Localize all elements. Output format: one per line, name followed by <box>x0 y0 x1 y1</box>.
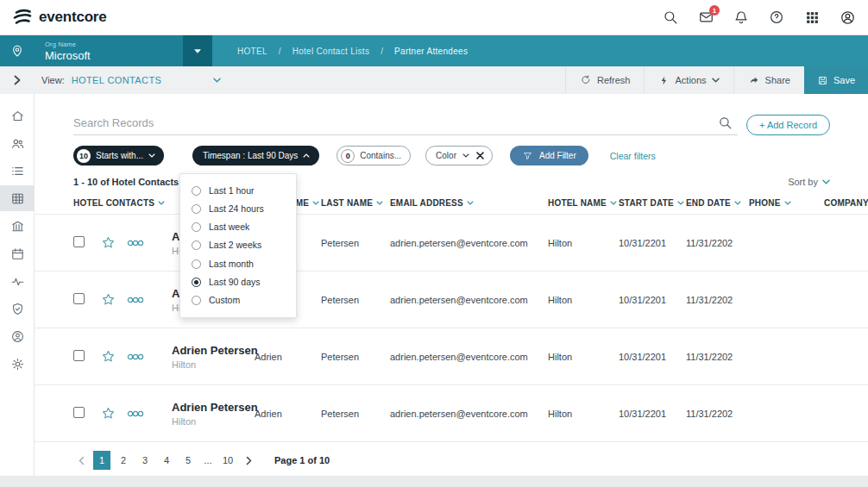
mail-icon[interactable]: 1 <box>697 9 714 26</box>
cell-last-name: Petersen <box>321 352 390 362</box>
cell-email: adrien.petersen@eventcore.com <box>390 295 548 305</box>
chevron-down-icon[interactable] <box>462 153 469 158</box>
records-grid-icon[interactable] <box>0 185 35 211</box>
cell-start-date: 10/31/2201 <box>619 352 686 362</box>
timespan-option-last-90-days[interactable]: Last 90 days <box>180 273 296 291</box>
bell-icon[interactable] <box>733 9 750 26</box>
add-record-button[interactable]: + Add Record <box>746 115 830 135</box>
breadcrumb-item-partner-attendees[interactable]: Partner Attendees <box>394 47 468 56</box>
activity-icon[interactable] <box>0 268 35 294</box>
radio-icon[interactable] <box>192 240 201 250</box>
calendar-icon[interactable] <box>0 240 35 266</box>
next-page-button[interactable] <box>241 451 256 470</box>
table-row[interactable]: Adrien Petersen Hilton Adrien Petersen a… <box>35 385 868 442</box>
search-icon[interactable] <box>718 116 733 130</box>
page-button-3[interactable]: 3 <box>136 451 154 470</box>
breadcrumb-item-hotel-contact-lists[interactable]: Hotel Contact Lists <box>292 47 370 56</box>
filter-chip-timespan[interactable]: Timespan : Last 90 Days <box>192 146 319 165</box>
row-menu-icon[interactable] <box>127 240 144 247</box>
table-row[interactable]: Adrien Petersen Hilton Adrien Petersen a… <box>35 272 868 328</box>
favorite-star-icon[interactable] <box>101 235 116 250</box>
settings-gear-icon[interactable] <box>0 351 35 377</box>
page-info: Page 1 of 10 <box>274 455 330 465</box>
chevron-down-icon <box>148 153 155 158</box>
cell-end-date: 11/31/2202 <box>686 352 749 362</box>
filter-chip-contains[interactable]: 0 Contains... <box>337 146 411 165</box>
row-menu-icon[interactable] <box>127 353 144 360</box>
org-dropdown-caret-icon[interactable] <box>183 35 212 66</box>
actions-button[interactable]: Actions <box>644 66 733 94</box>
table-row[interactable]: Adrien Petersen Hilton Adrien Petersen a… <box>35 328 868 385</box>
radio-icon[interactable] <box>192 222 201 232</box>
clear-filters-button[interactable]: Clear filters <box>610 151 656 161</box>
row-checkbox[interactable] <box>73 293 85 304</box>
row-checkbox[interactable] <box>73 407 85 418</box>
cell-end-date: 11/31/2202 <box>686 238 749 248</box>
view-selector-group: View: HOTEL CONTACTS <box>35 66 221 94</box>
timespan-option-last-1-hour[interactable]: Last 1 hour <box>180 182 296 200</box>
column-header-start-date[interactable]: START DATE <box>619 198 686 208</box>
shield-check-icon[interactable] <box>0 296 35 322</box>
timespan-option-last-2-weeks[interactable]: Last 2 weeks <box>180 236 296 254</box>
radio-icon[interactable] <box>192 259 201 269</box>
column-header-email[interactable]: EMAIL ADDRESS <box>390 198 548 208</box>
remove-filter-icon[interactable] <box>476 152 484 159</box>
apps-grid-icon[interactable] <box>803 9 821 26</box>
refresh-button[interactable]: Refresh <box>565 66 645 94</box>
radio-icon[interactable] <box>192 296 201 305</box>
account-icon[interactable] <box>839 9 856 26</box>
row-checkbox[interactable] <box>73 236 85 247</box>
share-button[interactable]: Share <box>733 66 804 94</box>
record-name-cell[interactable]: Adrien Petersen Hilton <box>172 344 255 370</box>
timespan-option-custom[interactable]: Custom <box>180 291 296 309</box>
column-header-hotel-name[interactable]: HOTEL NAME <box>548 198 619 208</box>
add-filter-button[interactable]: Add Filter <box>510 146 588 165</box>
member-icon[interactable] <box>0 323 35 349</box>
column-header-last-name[interactable]: LAST NAME <box>321 198 390 208</box>
search-input[interactable] <box>73 116 718 129</box>
favorite-star-icon[interactable] <box>101 406 116 421</box>
radio-icon[interactable] <box>192 204 201 214</box>
view-selector[interactable]: HOTEL CONTACTS <box>72 75 162 85</box>
timespan-option-last-week[interactable]: Last week <box>180 218 296 236</box>
favorite-star-icon[interactable] <box>101 349 116 364</box>
radio-icon[interactable] <box>192 186 201 196</box>
filter-chip-color[interactable]: Color <box>425 146 493 165</box>
view-chevron-down-icon[interactable] <box>213 78 221 83</box>
timespan-option-last-month[interactable]: Last month <box>180 255 296 273</box>
page-button-10[interactable]: 10 <box>219 451 236 470</box>
prev-page-button[interactable] <box>73 451 89 470</box>
column-header-company[interactable]: COMPANY <box>824 198 868 208</box>
home-icon[interactable] <box>0 103 35 128</box>
search-record-box[interactable] <box>73 111 738 135</box>
org-label: Org Name <box>45 41 183 48</box>
sort-by-button[interactable]: Sort by <box>788 177 830 187</box>
sidebar-collapse-button[interactable] <box>0 66 35 94</box>
contacts-icon[interactable] <box>0 130 35 156</box>
page-button-1[interactable]: 1 <box>93 451 110 470</box>
list-icon[interactable] <box>0 158 35 184</box>
filter-chip-starts-with[interactable]: 10 Starts with... <box>73 146 164 165</box>
record-name-cell[interactable]: Adrien Petersen Hilton <box>172 401 255 427</box>
chevron-down-icon <box>822 179 830 184</box>
column-header-end-date[interactable]: END DATE <box>686 198 749 208</box>
timespan-option-last-24-hours[interactable]: Last 24 hours <box>180 200 296 218</box>
chevron-down-icon <box>610 201 617 205</box>
row-menu-icon[interactable] <box>127 410 144 417</box>
radio-checked-icon[interactable] <box>192 278 201 287</box>
table-row[interactable]: Adrien Petersen Hilton Adrien Petersen a… <box>35 215 868 272</box>
breadcrumb-item-hotel[interactable]: HOTEL <box>237 47 267 56</box>
column-header-phone[interactable]: PHONE <box>749 198 824 208</box>
logo[interactable]: eventcore <box>12 9 107 26</box>
save-button[interactable]: Save <box>804 66 868 94</box>
page-button-5[interactable]: 5 <box>179 451 197 470</box>
org-selector[interactable]: Org Name Microsoft <box>35 35 212 66</box>
venue-icon[interactable] <box>0 213 35 239</box>
help-icon[interactable] <box>768 9 785 26</box>
search-icon[interactable] <box>662 9 679 26</box>
row-checkbox[interactable] <box>73 350 85 361</box>
page-button-4[interactable]: 4 <box>158 451 175 470</box>
page-button-2[interactable]: 2 <box>115 451 132 470</box>
favorite-star-icon[interactable] <box>101 292 116 307</box>
row-menu-icon[interactable] <box>127 297 144 303</box>
